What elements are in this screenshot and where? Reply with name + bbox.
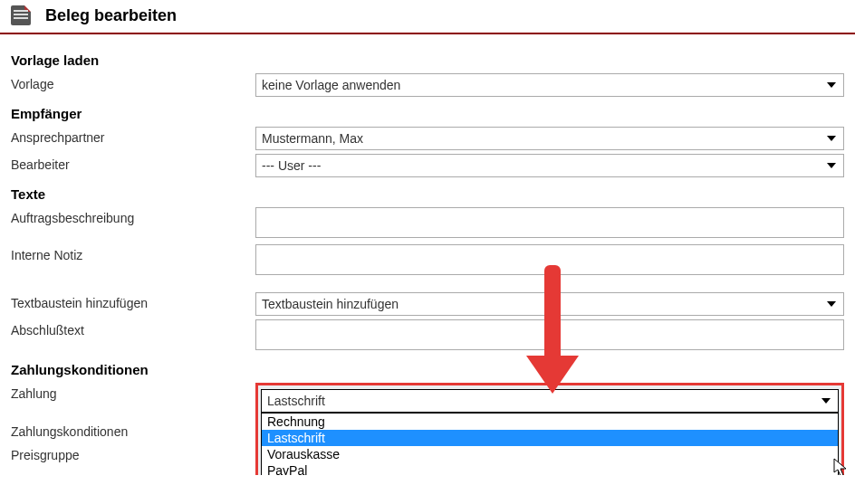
label-preisgruppe: Preisgruppe xyxy=(11,444,255,462)
textarea-abschlusstext[interactable] xyxy=(255,319,844,350)
textarea-auftragsbeschreibung[interactable] xyxy=(255,207,844,238)
option-vorauskasse[interactable]: Vorauskasse xyxy=(262,446,838,462)
highlight-zahlung-box: Lastschrift Rechnung Lastschrift Vorausk… xyxy=(255,383,844,475)
row-auftragsbeschreibung: Auftragsbeschreibung xyxy=(11,207,844,241)
select-vorlage[interactable]: keine Vorlage anwenden xyxy=(255,73,844,97)
select-zahlung-wrapper: Lastschrift Rechnung Lastschrift Vorausk… xyxy=(261,389,839,413)
section-empfaenger: Empfänger xyxy=(11,106,844,121)
section-texte: Texte xyxy=(11,186,844,202)
label-ansprechpartner: Ansprechpartner xyxy=(11,127,255,145)
select-ansprechpartner[interactable]: Mustermann, Max xyxy=(255,127,844,150)
row-vorlage: Vorlage keine Vorlage anwenden xyxy=(11,73,844,97)
label-vorlage: Vorlage xyxy=(11,73,255,91)
option-lastschrift[interactable]: Lastschrift xyxy=(262,430,838,446)
page-header: Beleg bearbeiten xyxy=(0,0,855,34)
select-zahlung[interactable]: Lastschrift xyxy=(261,389,839,413)
label-abschlusstext: Abschlußtext xyxy=(11,319,255,338)
select-textbaustein[interactable]: Textbaustein hinzufügen xyxy=(255,292,844,316)
label-auftragsbeschreibung: Auftragsbeschreibung xyxy=(11,207,255,225)
form-content: Vorlage laden Vorlage keine Vorlage anwe… xyxy=(0,34,855,475)
row-textbaustein: Textbaustein hinzufügen Textbaustein hin… xyxy=(11,292,844,316)
label-zahlung: Zahlung xyxy=(11,383,255,401)
option-paypal[interactable]: PayPal xyxy=(262,462,838,475)
section-vorlage-laden: Vorlage laden xyxy=(11,52,844,68)
label-interne-notiz: Interne Notiz xyxy=(11,244,255,262)
document-icon xyxy=(11,5,31,25)
textarea-interne-notiz[interactable] xyxy=(255,244,844,275)
section-zahlungskonditionen: Zahlungskonditionen xyxy=(11,362,844,377)
option-rechnung[interactable]: Rechnung xyxy=(262,414,838,430)
select-bearbeiter[interactable]: --- User --- xyxy=(255,154,844,177)
select-zahlung-dropdown: Rechnung Lastschrift Vorauskasse PayPal xyxy=(261,413,839,475)
row-ansprechpartner: Ansprechpartner Mustermann, Max xyxy=(11,127,844,150)
row-abschlusstext: Abschlußtext xyxy=(11,319,844,353)
label-textbaustein: Textbaustein hinzufügen xyxy=(11,292,255,310)
row-bearbeiter: Bearbeiter --- User --- xyxy=(11,154,844,177)
label-zahlungskonditionen: Zahlungskonditionen xyxy=(11,421,255,439)
page-title: Beleg bearbeiten xyxy=(45,6,177,25)
label-bearbeiter: Bearbeiter xyxy=(11,154,255,172)
row-interne-notiz: Interne Notiz xyxy=(11,244,844,278)
